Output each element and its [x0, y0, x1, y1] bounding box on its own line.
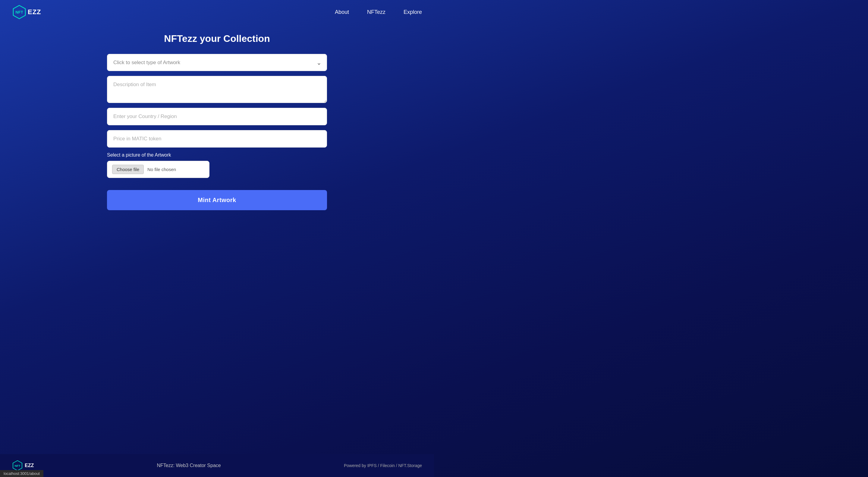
svg-text:NFT: NFT	[16, 10, 23, 14]
nav-explore[interactable]: Explore	[404, 9, 422, 15]
artwork-type-select[interactable]: Click to select type of Artwork Painting…	[107, 54, 327, 71]
footer: NFT EZZ NFTezz: Web3 Creator Space Power…	[0, 454, 434, 477]
file-label: Select a picture of the Artwork	[107, 152, 327, 158]
mint-artwork-button[interactable]: Mint Artwork	[107, 190, 327, 210]
price-input[interactable]	[107, 130, 327, 147]
footer-center-text: NFTezz: Web3 Creator Space	[157, 463, 221, 468]
file-input-wrapper: Choose file No file chosen	[107, 161, 210, 178]
status-url: localhost:3001/about	[4, 471, 40, 476]
footer-logo-icon: NFT	[12, 460, 23, 471]
no-file-text: No file chosen	[147, 167, 176, 172]
choose-file-button[interactable]: Choose file	[112, 165, 144, 174]
footer-right-text: Powered by IPFS / Filecoin / NFT.Storage	[344, 463, 422, 468]
navbar: NFT EZZ About NFTezz Explore	[0, 0, 434, 24]
form-container: Click to select type of Artwork Painting…	[107, 54, 327, 178]
country-input[interactable]	[107, 108, 327, 125]
footer-logo-text: EZZ	[25, 463, 34, 468]
main-content: NFTezz your Collection Click to select t…	[0, 24, 434, 454]
footer-logo: NFT EZZ	[12, 460, 34, 471]
status-bar: localhost:3001/about	[0, 470, 43, 477]
artwork-type-wrapper: Click to select type of Artwork Painting…	[107, 54, 327, 71]
file-section: Select a picture of the Artwork Choose f…	[107, 152, 327, 178]
page-title: NFTezz your Collection	[164, 33, 270, 44]
description-textarea[interactable]	[107, 76, 327, 103]
nav-about[interactable]: About	[335, 9, 349, 15]
svg-text:NFT: NFT	[15, 464, 21, 467]
logo-text: EZZ	[28, 8, 41, 16]
nav-links: About NFTezz Explore	[335, 9, 422, 15]
logo-icon: NFT	[12, 5, 27, 19]
logo[interactable]: NFT EZZ	[12, 5, 41, 19]
nav-nftezz[interactable]: NFTezz	[367, 9, 385, 15]
